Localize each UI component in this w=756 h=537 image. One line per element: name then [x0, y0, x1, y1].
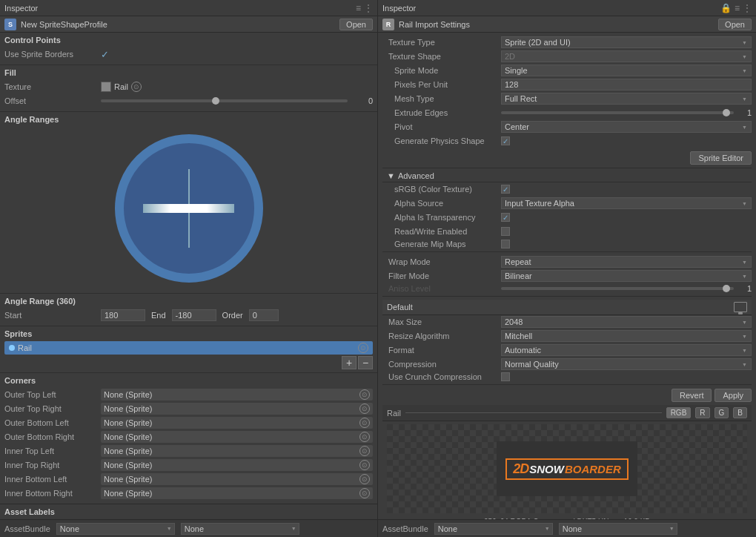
pixels-per-unit-input[interactable]	[501, 79, 752, 90]
sprite-editor-button[interactable]: Sprite Editor	[690, 151, 752, 165]
outer-top-left-icon[interactable]: ⊙	[359, 389, 370, 400]
offset-slider-thumb[interactable]	[212, 97, 219, 105]
rail-label-row: Rail RGB R G B	[382, 405, 752, 421]
end-input[interactable]	[172, 309, 216, 321]
crunch-compression-label: Use Crunch Compression	[382, 372, 501, 381]
left-more-icon[interactable]: ⋮	[364, 3, 373, 13]
rgb-button[interactable]: RGB	[666, 407, 692, 418]
generate-mip-label: Generate Mip Maps	[382, 240, 501, 248]
texture-type-label: Texture Type	[382, 38, 501, 47]
sprite-remove-button[interactable]: −	[358, 356, 373, 369]
inner-bottom-left-icon[interactable]: ⊙	[359, 474, 370, 484]
left-open-button[interactable]: Open	[339, 19, 373, 30]
inner-bottom-right-icon[interactable]: ⊙	[359, 488, 370, 498]
right-more-icon[interactable]: ⋮	[743, 3, 752, 13]
texture-picker-icon[interactable]: ⊙	[131, 82, 142, 92]
texture-type-select-wrapper: Sprite (2D and UI)	[501, 36, 752, 48]
rail-divider	[405, 412, 662, 413]
corners-title: Corners	[4, 376, 373, 385]
left-menu-icon[interactable]: ≡	[356, 3, 361, 13]
right-assetbundle-label: AssetBundle	[382, 524, 428, 533]
read-write-checkbox[interactable]	[501, 227, 510, 236]
aniso-level-value: 1	[737, 284, 752, 293]
sprite-item[interactable]: Rail ⊙	[4, 341, 373, 355]
outer-top-right-text: None (Sprite)	[104, 404, 152, 413]
max-size-dropdown[interactable]: 2048	[501, 316, 752, 328]
inner-top-left-text: None (Sprite)	[104, 447, 152, 455]
inner-bottom-left-value[interactable]: None (Sprite) ⊙	[101, 473, 373, 485]
outer-top-right-icon[interactable]: ⊙	[359, 403, 370, 414]
offset-slider-track[interactable]	[101, 99, 348, 102]
aniso-level-track[interactable]	[501, 287, 734, 290]
revert-button[interactable]: Revert	[672, 389, 712, 402]
generate-physics-checkbox[interactable]	[501, 136, 510, 145]
right-assetbundle-dropdown[interactable]: None	[434, 523, 553, 535]
table-row: Outer Top Left None (Sprite) ⊙	[4, 388, 373, 401]
mesh-type-select-wrapper: Full Rect	[501, 93, 752, 105]
outer-bottom-right-value[interactable]: None (Sprite) ⊙	[101, 431, 373, 443]
extrude-edges-track[interactable]	[501, 111, 734, 114]
texture-thumbnail[interactable]	[101, 82, 111, 92]
r-button[interactable]: R	[695, 407, 709, 418]
sprites-section: Sprites Rail ⊙ + −	[0, 326, 377, 373]
right-assetbundle-variant-dropdown[interactable]: None	[559, 523, 677, 535]
left-assetbundle-variant-wrapper: None	[181, 523, 299, 535]
angle-ranges-section: Angle Ranges	[0, 112, 377, 294]
compression-dropdown[interactable]: Normal Quality	[501, 358, 752, 370]
alpha-transparency-checkbox[interactable]	[501, 213, 510, 222]
right-open-button[interactable]: Open	[718, 19, 752, 30]
aniso-level-thumb[interactable]	[723, 285, 730, 292]
inner-top-left-icon[interactable]: ⊙	[359, 446, 370, 456]
left-bottom-bar: AssetBundle None None	[0, 519, 377, 537]
apply-button[interactable]: Apply	[714, 389, 752, 402]
left-assetbundle-dropdown[interactable]: None	[56, 523, 175, 535]
use-sprite-borders-check[interactable]: ✓	[101, 49, 109, 60]
format-dropdown[interactable]: Automatic	[501, 344, 752, 356]
extrude-edges-value: 1	[737, 108, 752, 117]
mesh-type-dropdown[interactable]: Full Rect	[501, 93, 752, 105]
alpha-source-dropdown[interactable]: Input Texture Alpha	[501, 197, 752, 209]
sprite-add-button[interactable]: +	[342, 356, 357, 369]
inner-top-right-value[interactable]: None (Sprite) ⊙	[101, 459, 373, 471]
extrude-edges-thumb[interactable]	[723, 109, 730, 116]
sprite-mode-dropdown[interactable]: Single	[501, 65, 752, 76]
outer-bottom-left-value[interactable]: None (Sprite) ⊙	[101, 417, 373, 429]
left-assetbundle-variant-dropdown[interactable]: None	[181, 523, 299, 535]
pivot-dropdown[interactable]: Center	[501, 121, 752, 133]
outer-bottom-left-icon[interactable]: ⊙	[359, 418, 370, 428]
outer-top-left-value[interactable]: None (Sprite) ⊙	[101, 389, 373, 401]
table-row: Inner Bottom Left None (Sprite) ⊙	[4, 472, 373, 486]
right-assetbundle-variant-wrapper: None	[559, 523, 677, 535]
generate-mip-checkbox[interactable]	[501, 240, 510, 248]
read-write-label: Read/Write Enabled	[382, 227, 501, 236]
wrap-mode-dropdown[interactable]: Repeat	[501, 256, 752, 268]
inner-top-right-icon[interactable]: ⊙	[359, 460, 370, 470]
right-header-icons: 🔒 ≡ ⋮	[720, 3, 752, 13]
right-menu-icon[interactable]: ≡	[735, 3, 740, 13]
left-panel: Inspector ≡ ⋮ S New SpriteShapeProfile O…	[0, 0, 378, 537]
srgb-checkbox[interactable]	[501, 185, 510, 194]
angle-circle[interactable]	[115, 134, 263, 283]
outer-top-right-value[interactable]: None (Sprite) ⊙	[101, 403, 373, 415]
texture-shape-dropdown[interactable]: 2D	[501, 50, 752, 62]
resize-algorithm-dropdown[interactable]: Mitchell	[501, 330, 752, 342]
g-button[interactable]: G	[714, 407, 729, 418]
texture-value-row: Rail ⊙	[101, 82, 373, 92]
alpha-source-label: Alpha Source	[382, 199, 501, 208]
texture-row: Texture Rail ⊙	[4, 80, 373, 93]
sprite-name: Rail	[18, 343, 32, 352]
right-lock-icon[interactable]: 🔒	[720, 3, 732, 13]
sprite-settings-icon[interactable]: ⊙	[358, 343, 368, 353]
crunch-compression-checkbox[interactable]	[501, 372, 510, 381]
b-button[interactable]: B	[733, 407, 747, 418]
outer-bottom-right-icon[interactable]: ⊙	[359, 432, 370, 442]
sprite-editor-row: Sprite Editor	[382, 148, 752, 168]
pivot-select-wrapper: Center	[501, 121, 752, 133]
order-input[interactable]	[249, 309, 279, 321]
advanced-section-toggle[interactable]: ▼ Advanced	[382, 170, 752, 182]
filter-mode-dropdown[interactable]: Bilinear	[501, 270, 752, 282]
texture-type-dropdown[interactable]: Sprite (2D and UI)	[501, 36, 752, 48]
inner-top-left-value[interactable]: None (Sprite) ⊙	[101, 445, 373, 457]
inner-bottom-right-value[interactable]: None (Sprite) ⊙	[101, 487, 373, 499]
start-input[interactable]	[101, 309, 145, 321]
